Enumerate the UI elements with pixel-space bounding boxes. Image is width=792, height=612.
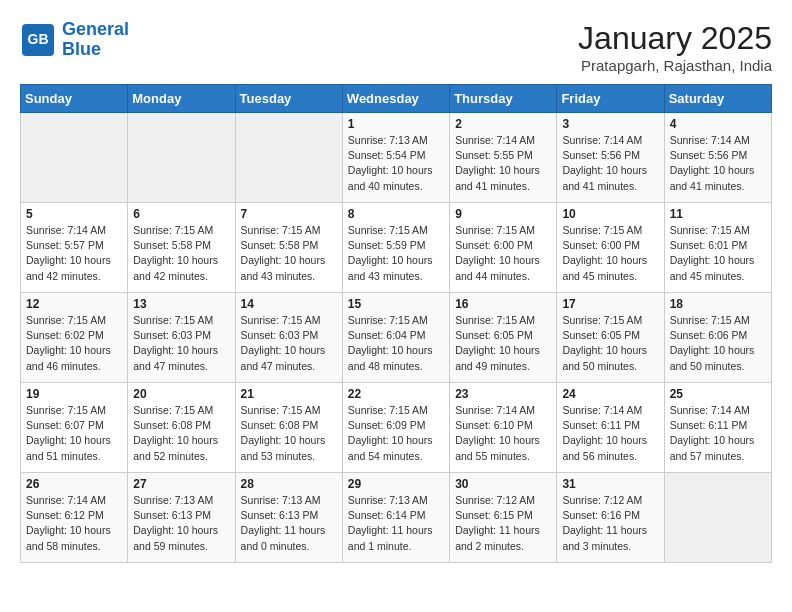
week-row-5: 26Sunrise: 7:14 AM Sunset: 6:12 PM Dayli… — [21, 473, 772, 563]
calendar-cell: 17Sunrise: 7:15 AM Sunset: 6:05 PM Dayli… — [557, 293, 664, 383]
day-info: Sunrise: 7:12 AM Sunset: 6:16 PM Dayligh… — [562, 493, 658, 554]
day-number: 8 — [348, 207, 444, 221]
day-number: 22 — [348, 387, 444, 401]
calendar-cell: 29Sunrise: 7:13 AM Sunset: 6:14 PM Dayli… — [342, 473, 449, 563]
weekday-header-saturday: Saturday — [664, 85, 771, 113]
calendar-cell: 6Sunrise: 7:15 AM Sunset: 5:58 PM Daylig… — [128, 203, 235, 293]
day-info: Sunrise: 7:15 AM Sunset: 6:08 PM Dayligh… — [133, 403, 229, 464]
day-number: 28 — [241, 477, 337, 491]
calendar-cell — [664, 473, 771, 563]
day-info: Sunrise: 7:15 AM Sunset: 6:00 PM Dayligh… — [455, 223, 551, 284]
calendar-cell: 12Sunrise: 7:15 AM Sunset: 6:02 PM Dayli… — [21, 293, 128, 383]
calendar-cell: 31Sunrise: 7:12 AM Sunset: 6:16 PM Dayli… — [557, 473, 664, 563]
day-number: 16 — [455, 297, 551, 311]
day-number: 29 — [348, 477, 444, 491]
day-info: Sunrise: 7:15 AM Sunset: 5:59 PM Dayligh… — [348, 223, 444, 284]
day-info: Sunrise: 7:13 AM Sunset: 6:13 PM Dayligh… — [133, 493, 229, 554]
day-info: Sunrise: 7:15 AM Sunset: 6:08 PM Dayligh… — [241, 403, 337, 464]
calendar-cell: 1Sunrise: 7:13 AM Sunset: 5:54 PM Daylig… — [342, 113, 449, 203]
day-number: 9 — [455, 207, 551, 221]
title-block: January 2025 Pratapgarh, Rajasthan, Indi… — [578, 20, 772, 74]
calendar-cell: 24Sunrise: 7:14 AM Sunset: 6:11 PM Dayli… — [557, 383, 664, 473]
day-number: 15 — [348, 297, 444, 311]
calendar-cell — [128, 113, 235, 203]
day-info: Sunrise: 7:15 AM Sunset: 6:01 PM Dayligh… — [670, 223, 766, 284]
day-number: 5 — [26, 207, 122, 221]
page-header: GB General Blue January 2025 Pratapgarh,… — [20, 20, 772, 74]
day-number: 11 — [670, 207, 766, 221]
day-number: 3 — [562, 117, 658, 131]
day-number: 14 — [241, 297, 337, 311]
calendar-cell: 22Sunrise: 7:15 AM Sunset: 6:09 PM Dayli… — [342, 383, 449, 473]
day-info: Sunrise: 7:14 AM Sunset: 6:11 PM Dayligh… — [670, 403, 766, 464]
day-info: Sunrise: 7:15 AM Sunset: 6:07 PM Dayligh… — [26, 403, 122, 464]
day-number: 18 — [670, 297, 766, 311]
calendar-cell: 4Sunrise: 7:14 AM Sunset: 5:56 PM Daylig… — [664, 113, 771, 203]
calendar-cell: 3Sunrise: 7:14 AM Sunset: 5:56 PM Daylig… — [557, 113, 664, 203]
day-number: 25 — [670, 387, 766, 401]
calendar-cell: 28Sunrise: 7:13 AM Sunset: 6:13 PM Dayli… — [235, 473, 342, 563]
calendar-cell: 9Sunrise: 7:15 AM Sunset: 6:00 PM Daylig… — [450, 203, 557, 293]
day-info: Sunrise: 7:14 AM Sunset: 5:56 PM Dayligh… — [562, 133, 658, 194]
day-info: Sunrise: 7:15 AM Sunset: 5:58 PM Dayligh… — [133, 223, 229, 284]
logo: GB General Blue — [20, 20, 129, 60]
calendar-cell: 18Sunrise: 7:15 AM Sunset: 6:06 PM Dayli… — [664, 293, 771, 383]
day-number: 20 — [133, 387, 229, 401]
day-number: 19 — [26, 387, 122, 401]
logo-line2: Blue — [62, 39, 101, 59]
calendar-cell: 8Sunrise: 7:15 AM Sunset: 5:59 PM Daylig… — [342, 203, 449, 293]
weekday-header-sunday: Sunday — [21, 85, 128, 113]
week-row-3: 12Sunrise: 7:15 AM Sunset: 6:02 PM Dayli… — [21, 293, 772, 383]
day-number: 30 — [455, 477, 551, 491]
day-number: 2 — [455, 117, 551, 131]
weekday-header-wednesday: Wednesday — [342, 85, 449, 113]
day-number: 13 — [133, 297, 229, 311]
calendar-cell — [235, 113, 342, 203]
day-number: 27 — [133, 477, 229, 491]
day-info: Sunrise: 7:12 AM Sunset: 6:15 PM Dayligh… — [455, 493, 551, 554]
calendar-cell: 23Sunrise: 7:14 AM Sunset: 6:10 PM Dayli… — [450, 383, 557, 473]
week-row-4: 19Sunrise: 7:15 AM Sunset: 6:07 PM Dayli… — [21, 383, 772, 473]
day-info: Sunrise: 7:14 AM Sunset: 6:10 PM Dayligh… — [455, 403, 551, 464]
week-row-2: 5Sunrise: 7:14 AM Sunset: 5:57 PM Daylig… — [21, 203, 772, 293]
logo-line1: General — [62, 19, 129, 39]
day-number: 4 — [670, 117, 766, 131]
logo-icon: GB — [20, 22, 56, 58]
day-number: 12 — [26, 297, 122, 311]
weekday-header-thursday: Thursday — [450, 85, 557, 113]
day-info: Sunrise: 7:15 AM Sunset: 6:05 PM Dayligh… — [562, 313, 658, 374]
calendar-cell: 27Sunrise: 7:13 AM Sunset: 6:13 PM Dayli… — [128, 473, 235, 563]
calendar-cell: 10Sunrise: 7:15 AM Sunset: 6:00 PM Dayli… — [557, 203, 664, 293]
day-info: Sunrise: 7:15 AM Sunset: 6:00 PM Dayligh… — [562, 223, 658, 284]
day-info: Sunrise: 7:14 AM Sunset: 5:57 PM Dayligh… — [26, 223, 122, 284]
calendar-cell: 30Sunrise: 7:12 AM Sunset: 6:15 PM Dayli… — [450, 473, 557, 563]
calendar-cell: 7Sunrise: 7:15 AM Sunset: 5:58 PM Daylig… — [235, 203, 342, 293]
day-number: 31 — [562, 477, 658, 491]
day-number: 17 — [562, 297, 658, 311]
calendar-cell — [21, 113, 128, 203]
calendar-cell: 21Sunrise: 7:15 AM Sunset: 6:08 PM Dayli… — [235, 383, 342, 473]
day-info: Sunrise: 7:15 AM Sunset: 6:03 PM Dayligh… — [133, 313, 229, 374]
calendar-cell: 14Sunrise: 7:15 AM Sunset: 6:03 PM Dayli… — [235, 293, 342, 383]
calendar-cell: 5Sunrise: 7:14 AM Sunset: 5:57 PM Daylig… — [21, 203, 128, 293]
day-info: Sunrise: 7:13 AM Sunset: 6:14 PM Dayligh… — [348, 493, 444, 554]
weekday-header-tuesday: Tuesday — [235, 85, 342, 113]
calendar-cell: 19Sunrise: 7:15 AM Sunset: 6:07 PM Dayli… — [21, 383, 128, 473]
day-info: Sunrise: 7:13 AM Sunset: 6:13 PM Dayligh… — [241, 493, 337, 554]
day-info: Sunrise: 7:14 AM Sunset: 6:11 PM Dayligh… — [562, 403, 658, 464]
day-info: Sunrise: 7:15 AM Sunset: 5:58 PM Dayligh… — [241, 223, 337, 284]
day-number: 24 — [562, 387, 658, 401]
day-info: Sunrise: 7:15 AM Sunset: 6:04 PM Dayligh… — [348, 313, 444, 374]
weekday-header-friday: Friday — [557, 85, 664, 113]
day-info: Sunrise: 7:14 AM Sunset: 6:12 PM Dayligh… — [26, 493, 122, 554]
day-number: 1 — [348, 117, 444, 131]
day-number: 26 — [26, 477, 122, 491]
calendar-title: January 2025 — [578, 20, 772, 57]
day-number: 23 — [455, 387, 551, 401]
day-number: 10 — [562, 207, 658, 221]
calendar-table: SundayMondayTuesdayWednesdayThursdayFrid… — [20, 84, 772, 563]
calendar-cell: 13Sunrise: 7:15 AM Sunset: 6:03 PM Dayli… — [128, 293, 235, 383]
weekday-header-monday: Monday — [128, 85, 235, 113]
day-number: 6 — [133, 207, 229, 221]
week-row-1: 1Sunrise: 7:13 AM Sunset: 5:54 PM Daylig… — [21, 113, 772, 203]
